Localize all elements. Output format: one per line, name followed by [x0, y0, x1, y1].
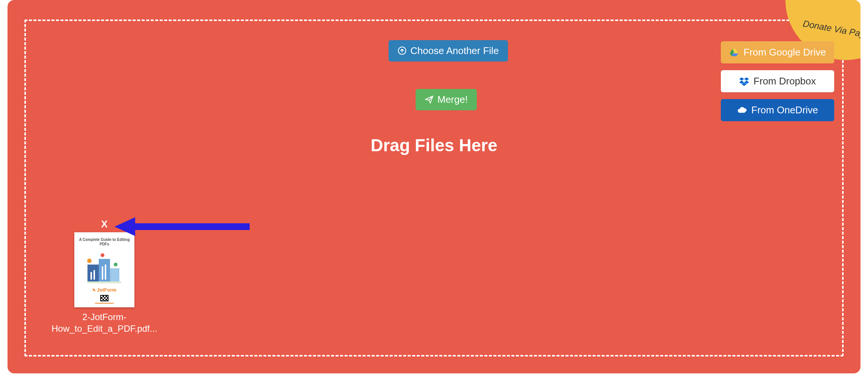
dropbox-icon [739, 77, 749, 86]
svg-point-6 [114, 263, 118, 266]
onedrive-label: From OneDrive [751, 104, 818, 116]
svg-point-5 [101, 253, 104, 257]
stage: Donate Via PayPal Choose Another File Me… [0, 0, 868, 376]
thumbnail-brand: ✎ JotForm [92, 287, 116, 293]
onedrive-button[interactable]: From OneDrive [721, 99, 834, 121]
file-thumbnail[interactable]: A Complete Guide to Editing PDFs [74, 232, 134, 307]
choose-another-file-button[interactable]: Choose Another File [389, 40, 508, 62]
thumbnail-qr [100, 295, 108, 301]
merge-button-label: Merge! [437, 94, 468, 105]
upload-panel: Donate Via PayPal Choose Another File Me… [8, 0, 860, 373]
file-name: 2-JotForm- How_to_Edit_a_PDF.pdf... [48, 311, 161, 334]
svg-rect-1 [87, 265, 99, 281]
svg-point-4 [87, 259, 92, 263]
google-drive-label: From Google Drive [743, 47, 826, 58]
svg-rect-2 [99, 259, 110, 281]
thumbnail-title: A Complete Guide to Editing PDFs [78, 238, 131, 247]
google-drive-icon [729, 48, 739, 57]
svg-rect-7 [90, 272, 92, 280]
merge-button[interactable]: Merge! [416, 89, 477, 110]
svg-rect-10 [105, 265, 106, 280]
svg-marker-11 [87, 281, 121, 283]
paper-plane-icon [425, 95, 434, 104]
upload-icon [398, 46, 407, 55]
thumbnail-underline [95, 303, 114, 304]
cloud-icon [737, 105, 747, 115]
cloud-source-column: From Google Drive From Dropbox From OneD… [721, 41, 834, 121]
uploaded-file-item[interactable]: X A Complete Guide to Editing PDFs [48, 218, 161, 334]
dropbox-label: From Dropbox [753, 75, 816, 87]
remove-file-button[interactable]: X [74, 218, 134, 230]
svg-rect-3 [110, 268, 119, 281]
svg-rect-9 [102, 266, 103, 280]
thumbnail-illustration [84, 250, 125, 283]
drag-files-heading: Drag Files Here [8, 135, 860, 155]
choose-button-label: Choose Another File [410, 45, 499, 56]
google-drive-button[interactable]: From Google Drive [721, 41, 834, 63]
donate-label: Donate Via PayPal [802, 18, 860, 42]
svg-rect-8 [93, 270, 95, 280]
dropbox-button[interactable]: From Dropbox [721, 70, 834, 92]
